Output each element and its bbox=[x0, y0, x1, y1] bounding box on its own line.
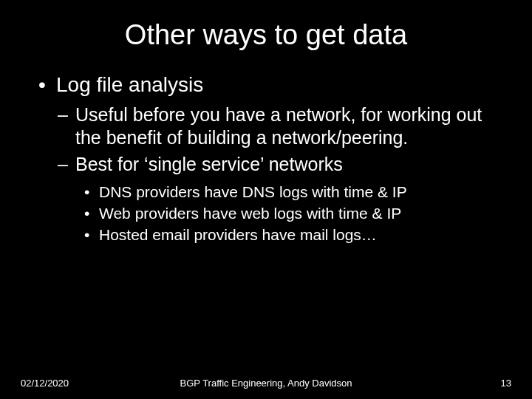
slide-title: Other ways to get data bbox=[0, 0, 532, 58]
footer-page-number: 13 bbox=[501, 378, 511, 389]
footer-center: BGP Traffic Engineering, Andy Davidson bbox=[0, 378, 532, 389]
bullet-level3-group: DNS providers have DNS logs with time & … bbox=[37, 182, 495, 245]
bullet-level2: Best for ‘single service’ networks bbox=[58, 153, 495, 176]
bullet-level3: DNS providers have DNS logs with time & … bbox=[84, 182, 495, 202]
bullet-level1: Log file analysis bbox=[37, 72, 495, 98]
slide: Other ways to get data Log file analysis… bbox=[0, 0, 532, 399]
slide-body: Log file analysis Useful before you have… bbox=[0, 58, 532, 245]
bullet-level3: Hosted email providers have mail logs… bbox=[84, 225, 495, 245]
bullet-level3: Web providers have web logs with time & … bbox=[84, 203, 495, 223]
bullet-level2: Useful before you have a network, for wo… bbox=[58, 103, 495, 150]
